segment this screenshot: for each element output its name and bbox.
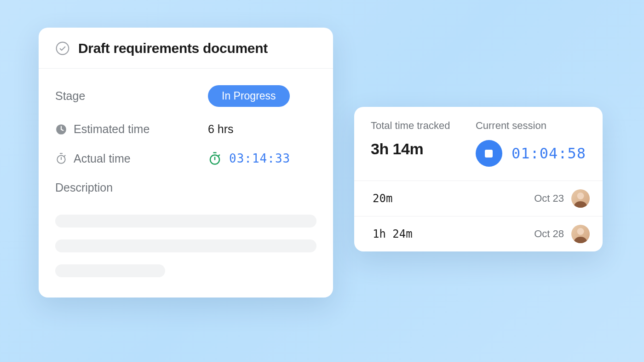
current-session-label: Current session bbox=[476, 120, 586, 132]
time-entry-row[interactable]: 1h 24m Oct 28 bbox=[354, 216, 603, 251]
estimated-time-row: Estimated time 6 hrs bbox=[55, 123, 316, 136]
description-placeholder-line bbox=[55, 239, 316, 252]
total-time-label: Total time tracked bbox=[371, 120, 476, 132]
task-header: Draft requirements document bbox=[39, 28, 333, 69]
stop-icon bbox=[485, 150, 493, 158]
current-session-value: 01:04:58 bbox=[512, 145, 586, 162]
actual-time-row: Actual time 03:14:33 bbox=[55, 152, 316, 165]
stopwatch-icon bbox=[55, 152, 67, 164]
time-tracking-card: Total time tracked 3h 14m Current sessio… bbox=[354, 107, 603, 251]
svg-point-0 bbox=[57, 42, 69, 55]
task-body: Stage In Progress Estimated time 6 hrs bbox=[39, 69, 333, 298]
description-label: Description bbox=[55, 181, 316, 194]
stage-row: Stage In Progress bbox=[55, 85, 316, 107]
actual-time-value: 03:14:33 bbox=[229, 152, 290, 165]
actual-time-label: Actual time bbox=[74, 152, 131, 165]
task-card: Draft requirements document Stage In Pro… bbox=[39, 28, 333, 298]
stage-label: Stage bbox=[55, 89, 85, 103]
check-circle-icon[interactable] bbox=[55, 41, 70, 56]
time-tracking-summary: Total time tracked 3h 14m Current sessio… bbox=[354, 107, 603, 181]
task-title: Draft requirements document bbox=[78, 41, 268, 56]
avatar[interactable] bbox=[571, 225, 590, 243]
avatar[interactable] bbox=[571, 189, 590, 208]
estimated-time-value: 6 hrs bbox=[208, 123, 234, 136]
description-placeholder-line bbox=[55, 264, 165, 277]
stage-badge[interactable]: In Progress bbox=[208, 85, 290, 107]
stopwatch-active-icon[interactable] bbox=[208, 152, 222, 165]
stop-timer-button[interactable] bbox=[476, 140, 502, 167]
entry-date: Oct 28 bbox=[534, 228, 564, 240]
total-time-value: 3h 14m bbox=[371, 140, 476, 158]
description-placeholder-line bbox=[55, 215, 316, 228]
time-entry-row[interactable]: 20m Oct 23 bbox=[354, 181, 603, 216]
entry-date: Oct 23 bbox=[534, 193, 564, 204]
estimated-time-label: Estimated time bbox=[74, 123, 150, 136]
entry-duration: 20m bbox=[373, 192, 392, 205]
clock-icon bbox=[55, 123, 67, 135]
entry-duration: 1h 24m bbox=[373, 228, 413, 240]
